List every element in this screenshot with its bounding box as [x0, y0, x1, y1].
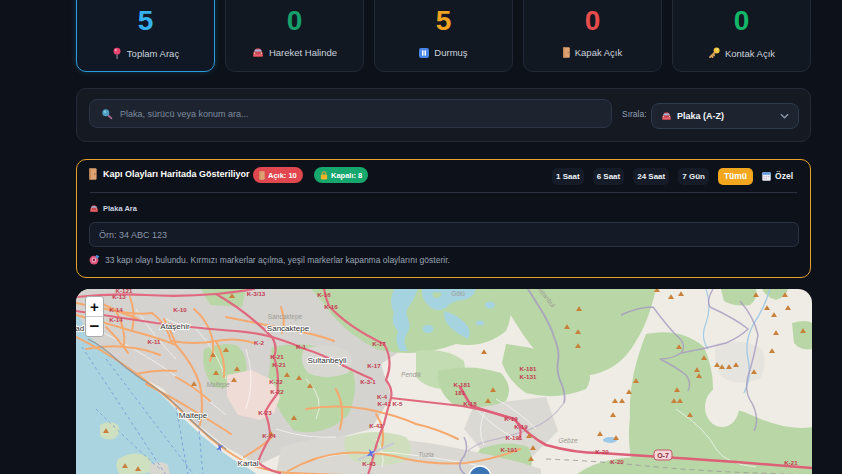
svg-text:K-4: K-4: [377, 393, 388, 400]
svg-text:K-21: K-21: [272, 361, 286, 368]
svg-text:Gebze: Gebze: [558, 437, 578, 444]
svg-text:K-181: K-181: [520, 365, 537, 372]
svg-text:K-2: K-2: [254, 339, 265, 346]
svg-text:Maltepe: Maltepe: [206, 381, 230, 389]
svg-text:Sancaktepe: Sancaktepe: [268, 313, 303, 321]
svg-text:K-121: K-121: [116, 289, 133, 294]
svg-text:K-20: K-20: [610, 458, 624, 465]
svg-text:Sancaktepe: Sancaktepe: [267, 324, 310, 333]
svg-text:K-14: K-14: [109, 306, 123, 313]
svg-text:K-3/13: K-3/13: [247, 290, 266, 297]
svg-text:K-20: K-20: [595, 448, 609, 455]
svg-text:K-11: K-11: [147, 338, 161, 345]
svg-text:K-191: K-191: [501, 446, 518, 453]
svg-text:Gölü: Gölü: [451, 290, 465, 297]
svg-text:Sultanbeyli: Sultanbeyli: [307, 356, 346, 365]
svg-text:K-10: K-10: [173, 306, 187, 313]
svg-text:K-131: K-131: [520, 373, 537, 380]
svg-text:K-3-1: K-3-1: [360, 378, 376, 385]
svg-text:K-14: K-14: [109, 316, 123, 323]
svg-text:K-13: K-13: [112, 293, 126, 300]
svg-text:Ataşehir: Ataşehir: [160, 322, 190, 331]
svg-text:K-19: K-19: [514, 423, 528, 430]
svg-text:K-23: K-23: [258, 409, 272, 416]
svg-text:K-181: K-181: [454, 381, 471, 388]
svg-text:K-21: K-21: [784, 459, 798, 466]
svg-text:K-16: K-16: [317, 291, 331, 298]
svg-text:K-17: K-17: [367, 362, 381, 369]
svg-text:K-19: K-19: [504, 415, 518, 422]
svg-text:K-24: K-24: [262, 432, 276, 439]
svg-text:K-17: K-17: [372, 340, 386, 347]
svg-text:K-21: K-21: [270, 353, 284, 360]
svg-text:K-41 K-5: K-41 K-5: [377, 400, 403, 407]
svg-text:Pendik: Pendik: [401, 371, 422, 378]
svg-text:Kartal: Kartal: [238, 459, 259, 468]
svg-text:K-42: K-42: [369, 422, 383, 429]
svg-text:K-18: K-18: [463, 400, 477, 407]
svg-text:O-7: O-7: [657, 452, 669, 459]
svg-text:K-1: K-1: [296, 343, 307, 350]
svg-text:K-191: K-191: [506, 434, 523, 441]
svg-text:Tuzla: Tuzla: [418, 451, 434, 458]
svg-text:K-22: K-22: [269, 378, 283, 385]
svg-text:K-16: K-16: [324, 303, 338, 310]
svg-text:181: 181: [455, 389, 466, 396]
svg-text:K-43: K-43: [362, 460, 376, 467]
svg-text:Maltepe: Maltepe: [179, 411, 208, 420]
svg-text:K-22: K-22: [270, 388, 284, 395]
svg-text:Kad: Kad: [76, 324, 84, 333]
